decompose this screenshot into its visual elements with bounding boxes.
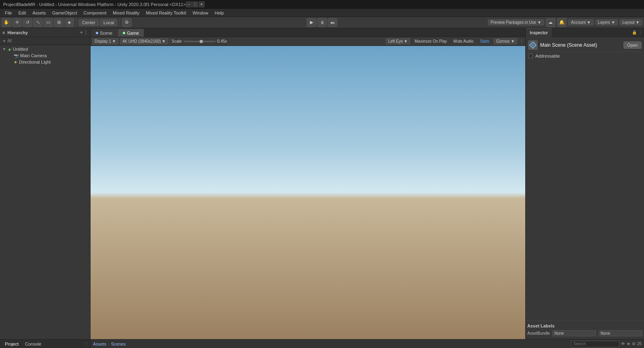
resolution-dropdown[interactable]: 4K UHD (3840x2160) ▼ xyxy=(120,38,168,44)
menu-window[interactable]: Window xyxy=(189,10,211,16)
scene-asset-icon xyxy=(528,40,538,50)
transform-tool-button[interactable]: ⊞ xyxy=(54,18,64,27)
hierarchy-more-button[interactable]: ⋮ xyxy=(84,30,88,35)
project-tab-console[interactable]: Console xyxy=(22,341,44,347)
breadcrumb-assets[interactable]: Assets xyxy=(93,342,106,346)
project-more-btn[interactable]: ⋮ xyxy=(85,342,89,346)
hand-tool-button[interactable]: ✋ xyxy=(2,18,11,27)
pause-button[interactable]: ⏸ xyxy=(317,18,327,27)
viewport-tabs: Scene Game xyxy=(91,28,525,37)
eye-dropdown[interactable]: Left Eye ▼ xyxy=(386,38,410,44)
light-icon: ☀ xyxy=(14,60,17,64)
menu-help[interactable]: Help xyxy=(212,10,227,16)
inspector-spacer xyxy=(526,180,644,321)
toolbar: ✋ ✛ ↺ ⤡ ▭ ⊞ ◈ Center Local ⚙ ▶ ⏸ ⏭ Previ… xyxy=(0,17,644,28)
hierarchy-icon: ≡ xyxy=(2,30,5,35)
hierarchy-scene-item[interactable]: ▼ ◈ Untitled xyxy=(0,46,90,52)
play-controls: ▶ ⏸ ⏭ xyxy=(307,18,337,27)
menu-assets[interactable]: Assets xyxy=(29,10,49,16)
hierarchy-light-item[interactable]: ☀ Directional Light xyxy=(0,59,90,65)
layout-dropdown[interactable]: Layout ▼ xyxy=(619,19,642,25)
game-viewport xyxy=(91,46,525,339)
custom-tool-button[interactable]: ◈ xyxy=(64,18,74,27)
stats-button[interactable]: Stats xyxy=(478,39,491,44)
inspector-content: Main Scene (Scene Asset) Open Addressabl… xyxy=(526,37,644,180)
scale-control: Scale 0.45x xyxy=(172,39,227,44)
maximize-on-play[interactable]: Maximize On Play xyxy=(413,39,449,44)
unity-diamond-icon xyxy=(529,41,537,49)
scene-tab-dot xyxy=(96,32,98,34)
hierarchy-add-button[interactable]: + xyxy=(80,30,83,35)
main-layout: ≡ Hierarchy + ⋮ ▼ All ▼ ◈ Untitled 📷 Mai… xyxy=(0,28,644,339)
minimize-button[interactable]: ─ xyxy=(186,2,192,7)
menu-gameobject[interactable]: GameObject xyxy=(49,10,80,16)
scale-value: 0.45x xyxy=(217,39,227,44)
gizmos-dropdown[interactable]: Gizmos ▼ xyxy=(493,38,517,44)
breadcrumb-scenes[interactable]: Scenes xyxy=(111,342,126,346)
inspector-panel: Inspector 🔒 ⋮ Main Scene (Scene Asset) O… xyxy=(525,28,644,339)
inspector-tabs: Inspector 🔒 ⋮ xyxy=(526,28,644,37)
layers-dropdown[interactable]: Layers ▼ xyxy=(595,19,618,25)
game-tab-label: Game xyxy=(127,31,139,35)
maximize-button[interactable]: □ xyxy=(192,2,198,7)
game-tab[interactable]: Game xyxy=(118,29,144,37)
menu-file[interactable]: File xyxy=(2,10,15,16)
addressable-checkbox[interactable] xyxy=(528,54,533,58)
hierarchy-actions: + ⋮ xyxy=(80,30,88,35)
display-dropdown[interactable]: Display 1 ▼ xyxy=(92,38,118,44)
bottom-panel: Project Console ⋮ + ▶ 📁 Art ▶ 📁 Gizmos ▶… xyxy=(0,339,644,348)
account-dropdown[interactable]: Account ▼ xyxy=(568,19,594,25)
project-sidebar: Project Console ⋮ + ▶ 📁 Art ▶ 📁 Gizmos ▶… xyxy=(0,340,91,348)
play-button[interactable]: ▶ xyxy=(307,18,316,27)
menu-edit[interactable]: Edit xyxy=(15,10,29,16)
close-button[interactable]: ✕ xyxy=(199,2,204,7)
collab-button[interactable]: 🔔 xyxy=(557,18,567,27)
center-button[interactable]: Center xyxy=(78,19,99,26)
asset-labels-title: Asset Labels xyxy=(527,323,642,329)
preview-packages-button[interactable]: Preview Packages in Use ▼ xyxy=(488,19,544,25)
hierarchy-search-label: All xyxy=(7,39,12,43)
step-button[interactable]: ⏭ xyxy=(328,18,337,27)
eye-arrow: ▼ xyxy=(404,39,408,44)
hierarchy-content: ▼ ◈ Untitled 📷 Main Camera ☀ Directional… xyxy=(0,45,90,339)
menu-mixed-reality-toolkit[interactable]: Mixed Reality Toolkit xyxy=(142,10,189,16)
inspector-bottom: Asset Labels AssetBundle None None xyxy=(526,321,644,339)
asset-search-input[interactable] xyxy=(571,341,619,347)
inspector-more-button[interactable]: ⋮ xyxy=(638,30,642,35)
snap-settings-button[interactable]: ⚙ xyxy=(122,18,132,27)
title-bar: ProjectBladeMR - Untitled - Universal Wi… xyxy=(0,0,644,9)
menu-mixed-reality[interactable]: Mixed Reality xyxy=(109,10,142,16)
scale-slider[interactable] xyxy=(184,41,216,42)
project-tab-project[interactable]: Project xyxy=(2,341,22,347)
hierarchy-camera-item[interactable]: 📷 Main Camera xyxy=(0,52,90,59)
viewport-more-button[interactable]: ⋮ xyxy=(520,39,524,44)
menu-component[interactable]: Component xyxy=(80,10,109,16)
asset-filter-icon[interactable]: ⚙ xyxy=(632,342,636,346)
inspector-actions: 🔒 ⋮ xyxy=(632,30,644,35)
scale-tool-button[interactable]: ⤡ xyxy=(33,18,43,27)
local-button[interactable]: Local xyxy=(100,19,118,26)
camera-icon: 📷 xyxy=(14,54,19,58)
scale-thumb xyxy=(200,40,203,43)
asset-bundle-dropdown[interactable]: None xyxy=(552,330,596,336)
scene-tab-label: Scene xyxy=(100,31,112,35)
window-controls: ─ □ ✕ xyxy=(186,2,204,7)
asset-variant-dropdown[interactable]: None xyxy=(599,330,642,336)
open-button[interactable]: Open xyxy=(623,41,642,49)
move-tool-button[interactable]: ✛ xyxy=(12,18,22,27)
rect-tool-button[interactable]: ▭ xyxy=(43,18,53,27)
scene-asset-name: Main Scene (Scene Asset) xyxy=(540,42,621,48)
resolution-label: 4K UHD (3840x2160) xyxy=(122,39,161,44)
cloud-button[interactable]: ☁ xyxy=(546,18,555,27)
asset-star-icon[interactable]: ★ xyxy=(627,342,630,346)
mute-audio[interactable]: Mute Audio xyxy=(452,39,476,44)
scale-label: Scale xyxy=(172,39,182,44)
asset-eye-icon[interactable]: 👁 xyxy=(621,342,625,346)
inspector-tab[interactable]: Inspector xyxy=(526,28,552,37)
inspector-tab-label: Inspector xyxy=(530,30,548,35)
display-arrow: ▼ xyxy=(112,39,116,44)
scene-tab[interactable]: Scene xyxy=(91,29,118,37)
inspector-lock-button[interactable]: 🔒 xyxy=(632,30,637,35)
rotate-tool-button[interactable]: ↺ xyxy=(23,18,32,27)
asset-toolbar-right: 👁 ★ ⚙ 26 xyxy=(571,341,642,347)
